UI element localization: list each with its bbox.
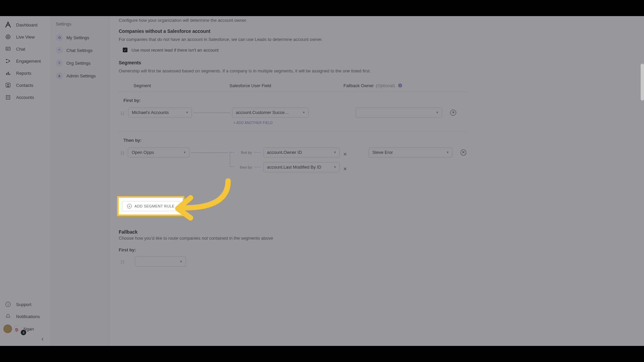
subnav-label: Admin Settings (66, 73, 96, 78)
svg-point-24 (121, 151, 122, 152)
subnav-label: My Settings (66, 35, 89, 40)
user-field-select[interactable]: account.Customer Succe…▾ (232, 108, 309, 118)
fallback-body: Choose how you'd like to route companies… (119, 235, 466, 242)
remove-rule-button[interactable]: ✕ (461, 149, 466, 156)
chevron-down-icon: ▾ (184, 150, 186, 155)
svg-point-18 (121, 111, 122, 112)
nav-notifications[interactable]: Notifications (0, 310, 51, 322)
drag-handle[interactable] (120, 151, 125, 156)
field-bracket (230, 152, 234, 167)
svg-rect-13 (8, 96, 9, 97)
svg-rect-2 (6, 47, 10, 50)
nav-label: Support (16, 302, 32, 307)
segment-rule-1: First by: Michael's Accounts▾ account.Cu… (119, 92, 466, 131)
svg-point-21 (123, 113, 124, 113)
svg-point-3 (6, 59, 7, 60)
no-sf-header: Companies without a Salesforce account (119, 28, 466, 34)
nav-dashboard[interactable]: Dashboard (0, 19, 51, 31)
rule-label: Then by: (123, 138, 466, 143)
segments-body: Ownership will first be assessed based o… (119, 68, 466, 74)
col-segment: Segment (119, 83, 229, 88)
nav-reports[interactable]: Reports (0, 67, 51, 79)
remove-field-button[interactable]: ✕ (343, 166, 348, 171)
nav-label: Accounts (16, 95, 34, 100)
add-segment-label: ADD SEGMENT RULE (135, 204, 174, 208)
nav-support[interactable]: ? Support (0, 298, 51, 310)
segment-rule-2: Then by: Open Opps▾ first by account.Own (119, 131, 466, 179)
svg-point-30 (121, 260, 122, 261)
subnav-admin-settings[interactable]: ♟ Admin Settings (51, 69, 109, 82)
subnav-my-settings[interactable]: ✿ My Settings (51, 31, 109, 44)
chevron-down-icon: ▾ (447, 150, 449, 155)
svg-point-5 (9, 60, 10, 62)
admin-icon: ♟ (56, 72, 63, 79)
rule-label: First by: (123, 98, 466, 103)
chevron-down-icon: ▾ (334, 165, 336, 169)
user-field-select-1[interactable]: account.Owner ID▾ (263, 147, 340, 158)
use-recent-lead-checkbox[interactable]: ✓ (123, 48, 127, 52)
fallback-owner-select[interactable]: Steve Eror▾ (369, 147, 452, 158)
scrollbar[interactable] (641, 64, 644, 101)
nav-live-view[interactable]: Live View (0, 31, 51, 43)
drag-handle[interactable] (120, 260, 125, 265)
add-another-field-button[interactable]: + ADD ANOTHER FIELD (233, 121, 309, 125)
segment-value: Michael's Accounts (132, 110, 169, 115)
segment-select[interactable]: Open Opps▾ (128, 147, 190, 158)
svg-point-27 (123, 153, 124, 153)
nav-engagement[interactable]: Engagement (0, 55, 51, 67)
chat-icon (5, 46, 11, 52)
subnav-label: Chat Settings (66, 48, 93, 53)
subnav-chat-settings[interactable]: ❝ Chat Settings (51, 44, 109, 57)
svg-point-31 (123, 260, 124, 261)
collapse-sidebar-button[interactable] (0, 335, 51, 343)
segment-value: Open Opps (131, 150, 154, 155)
svg-point-33 (123, 262, 124, 262)
user-field-select-2[interactable]: account.Last Modified By ID▾ (263, 162, 340, 172)
annotation-arrow (171, 178, 238, 228)
svg-point-4 (6, 62, 7, 63)
svg-point-23 (123, 114, 124, 115)
target-icon (5, 34, 11, 40)
fallback-header: Fallback (119, 229, 466, 235)
user-block[interactable]: g. Ngan 4 (0, 322, 51, 335)
chevron-down-icon: ▾ (303, 110, 305, 115)
field-value: account.Customer Succe… (236, 110, 289, 115)
segment-columns: Segment Salesforce User Field Fallback O… (119, 79, 466, 92)
remove-rule-button[interactable]: ✕ (450, 110, 456, 116)
fallback-field-select[interactable]: ▾ (135, 256, 186, 266)
col-fallback: Fallback Owner(Optional) i (343, 83, 402, 88)
svg-point-35 (123, 263, 124, 264)
primary-nav: Dashboard Live View Chat Engagement Repo… (0, 16, 51, 346)
nav-label: Engagement (16, 59, 41, 64)
svg-point-34 (121, 263, 122, 264)
col-field: Salesforce User Field (229, 83, 343, 88)
chevron-down-icon: ▾ (186, 110, 188, 115)
branch-icon (5, 58, 11, 64)
col-fallback-label: Fallback Owner (343, 83, 374, 88)
nav-label: Contacts (16, 83, 33, 88)
svg-point-25 (123, 151, 124, 152)
svg-point-29 (123, 154, 124, 155)
nav-chat[interactable]: Chat (0, 43, 51, 55)
fallback-owner-select[interactable]: ▾ (356, 108, 442, 118)
svg-point-32 (121, 262, 122, 262)
no-sf-body: For companies that do not have an accoun… (119, 37, 466, 43)
avatar (3, 324, 12, 333)
remove-field-button[interactable]: ✕ (343, 152, 348, 156)
nav-accounts[interactable]: Accounts (0, 91, 51, 103)
person-icon (5, 82, 11, 88)
segment-select[interactable]: Michael's Accounts▾ (128, 108, 192, 118)
intro-text: Configure how your organization will det… (119, 17, 466, 24)
chat-icon: ❝ (56, 47, 63, 54)
subnav-org-settings[interactable]: ⚘ Org Settings (51, 57, 109, 69)
svg-rect-12 (7, 96, 8, 97)
checkbox-label: Use most recent lead if there isn't an a… (131, 48, 219, 53)
nav-label: Notifications (16, 314, 40, 319)
info-icon[interactable]: i (398, 83, 402, 87)
gear-icon: ✿ (56, 34, 63, 41)
subnav-label: Org Settings (66, 61, 91, 66)
drag-handle[interactable] (120, 111, 125, 116)
chevron-down-icon: ▾ (180, 259, 182, 264)
nav-contacts[interactable]: Contacts (0, 79, 51, 91)
help-icon: ? (5, 301, 11, 308)
